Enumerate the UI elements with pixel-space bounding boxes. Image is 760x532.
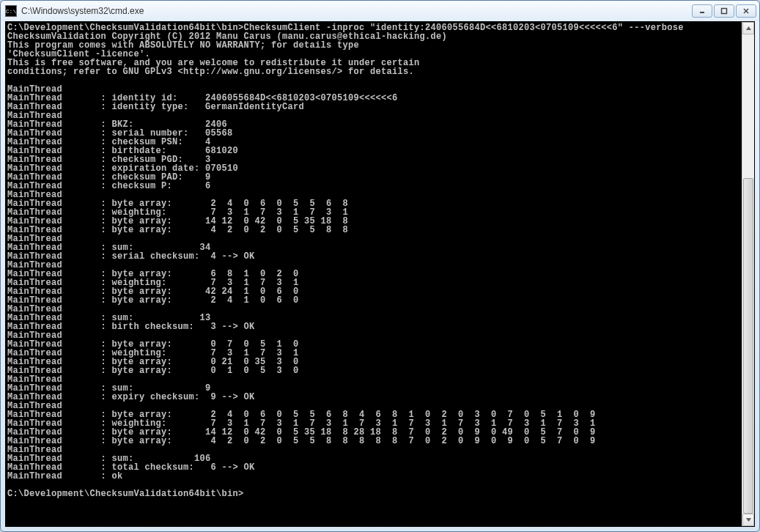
chevron-up-icon <box>745 25 752 32</box>
scroll-down-button[interactable] <box>742 514 754 526</box>
close-button[interactable] <box>736 4 756 18</box>
window-title: C:\Windows\system32\cmd.exe <box>21 6 692 16</box>
cmd-window: C:\ C:\Windows\system32\cmd.exe C:\Devel… <box>0 0 760 532</box>
svg-rect-1 <box>722 9 727 14</box>
window-controls <box>692 4 756 18</box>
scroll-up-button[interactable] <box>742 22 754 34</box>
minimize-button[interactable] <box>692 4 712 18</box>
close-icon <box>742 7 750 15</box>
chevron-down-icon <box>745 517 752 523</box>
cmd-icon: C:\ <box>5 5 17 17</box>
svg-marker-4 <box>746 26 751 30</box>
client-area: C:\Development\ChecksumValidation64bit\b… <box>5 21 755 527</box>
titlebar[interactable]: C:\ C:\Windows\system32\cmd.exe <box>1 1 759 21</box>
maximize-button[interactable] <box>714 4 734 18</box>
scroll-track[interactable] <box>742 34 754 514</box>
vertical-scrollbar[interactable] <box>742 22 754 526</box>
svg-marker-5 <box>746 518 751 522</box>
terminal-output[interactable]: C:\Development\ChecksumValidation64bit\b… <box>6 22 742 526</box>
minimize-icon <box>698 7 706 15</box>
scroll-thumb[interactable] <box>743 178 753 514</box>
maximize-icon <box>720 7 728 15</box>
